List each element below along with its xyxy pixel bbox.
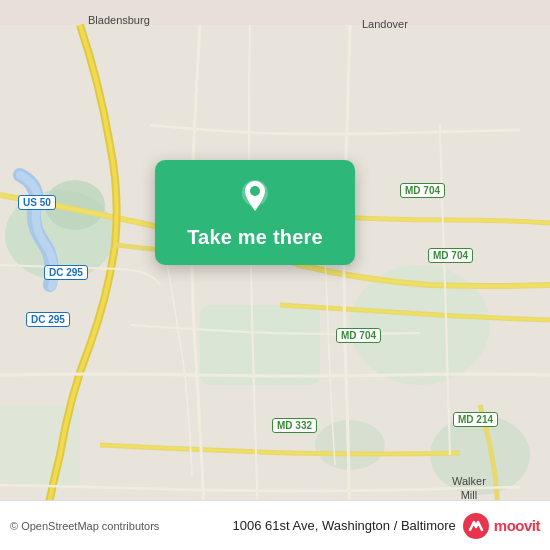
map-container: US 50 DC 295 DC 295 MD 704 MD 704 MD 704… — [0, 0, 550, 550]
svg-rect-3 — [200, 305, 320, 385]
road-badge-dc295-2: DC 295 — [26, 312, 70, 327]
road-badge-us50: US 50 — [18, 195, 56, 210]
moovit-icon — [462, 512, 490, 540]
road-badge-md704-2: MD 704 — [428, 248, 473, 263]
road-badge-md214: MD 214 — [453, 412, 498, 427]
road-badge-md704-1: MD 704 — [400, 183, 445, 198]
bottom-bar: © OpenStreetMap contributors 1006 61st A… — [0, 500, 550, 550]
road-badge-md704-3: MD 704 — [336, 328, 381, 343]
address-text: 1006 61st Ave, Washington / Baltimore — [233, 518, 456, 533]
cta-button[interactable]: Take me there — [155, 160, 355, 265]
moovit-logo: moovit — [462, 512, 540, 540]
map-pin-icon — [236, 178, 274, 216]
copyright-text: © OpenStreetMap contributors — [10, 520, 227, 532]
road-badge-dc295-1: DC 295 — [44, 265, 88, 280]
road-badge-md332: MD 332 — [272, 418, 317, 433]
moovit-text: moovit — [494, 517, 540, 534]
svg-point-9 — [250, 186, 260, 196]
cta-label: Take me there — [187, 226, 323, 249]
